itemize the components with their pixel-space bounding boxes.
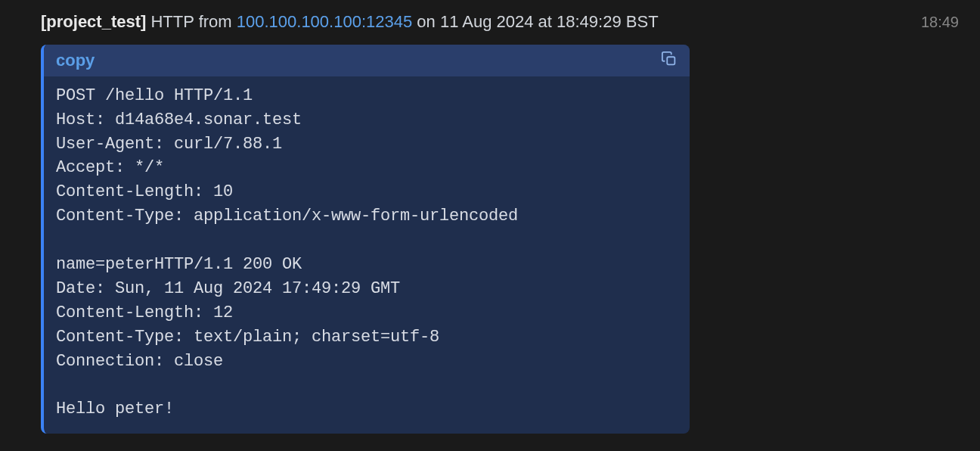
code-block-header: copy xyxy=(44,45,690,76)
source-ip-link[interactable]: 100.100.100.100:12345 xyxy=(237,12,412,31)
message-container: [project_test] HTTP from 100.100.100.100… xyxy=(0,0,980,449)
protocol-text: HTTP from xyxy=(146,12,236,31)
header-title-line: [project_test] HTTP from 100.100.100.100… xyxy=(41,11,659,34)
copy-icon[interactable] xyxy=(661,51,678,70)
message-header: [project_test] HTTP from 100.100.100.100… xyxy=(41,11,959,34)
timestamp: 18:49 xyxy=(921,11,959,33)
svg-rect-0 xyxy=(667,57,675,64)
project-label: [project_test] xyxy=(41,12,146,31)
copy-button[interactable]: copy xyxy=(56,51,95,70)
code-content[interactable]: POST /hello HTTP/1.1 Host: d14a68e4.sona… xyxy=(44,76,690,434)
date-text: on 11 Aug 2024 at 18:49:29 BST xyxy=(412,12,658,31)
code-block: copy POST /hello HTTP/1.1 Host: d14a68e4… xyxy=(41,45,690,434)
